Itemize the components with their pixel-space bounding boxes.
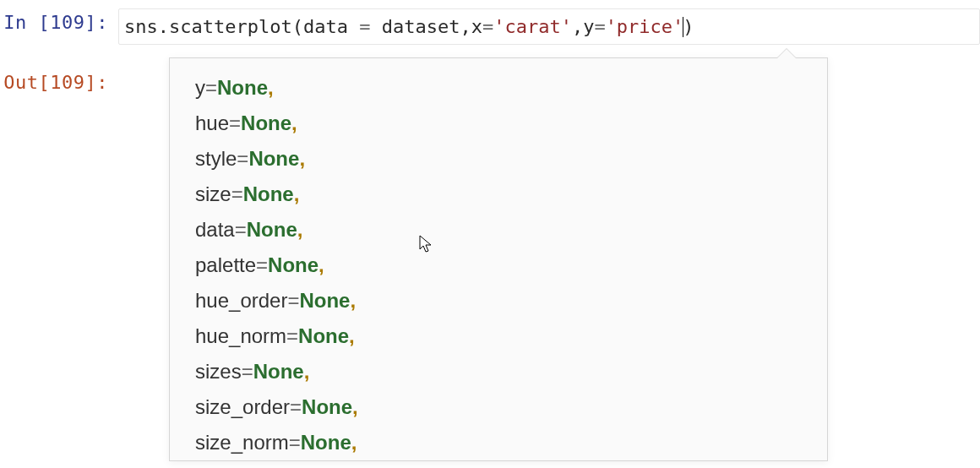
tooltip-param-name: hue	[195, 112, 229, 134]
tooltip-param-eq: =	[205, 76, 217, 99]
tooltip-param-line: size=None,	[195, 177, 802, 212]
tooltip-param-line: hue=None,	[195, 106, 802, 141]
code-token-param-y: y	[583, 16, 594, 37]
code-content[interactable]: sns.scatterplot(data = dataset,x='carat'…	[124, 13, 974, 41]
tooltip-param-comma: ,	[352, 395, 358, 418]
tooltip-param-eq: =	[289, 431, 301, 454]
code-token-lparen: (	[292, 16, 303, 37]
tooltip-param-list: y=None,hue=None,style=None,size=None,dat…	[195, 70, 802, 460]
in-prompt-label: In	[3, 12, 38, 33]
code-input-area[interactable]: sns.scatterplot(data = dataset,x='carat'…	[118, 8, 980, 45]
code-token-val-x: 'carat'	[493, 16, 572, 37]
tooltip-param-name: style	[195, 147, 237, 170]
tooltip-param-name: size_norm	[195, 431, 289, 454]
signature-tooltip: y=None,hue=None,style=None,size=None,dat…	[169, 57, 828, 461]
tooltip-param-eq: =	[229, 112, 241, 134]
tooltip-param-line: sizes=None,	[195, 354, 802, 389]
tooltip-param-value: None	[268, 253, 318, 276]
tooltip-param-value: None	[248, 147, 299, 170]
tooltip-param-value: None	[247, 218, 297, 241]
input-cell-row: In [109]: sns.scatterplot(data = dataset…	[0, 8, 980, 45]
in-prompt-close: ]:	[85, 12, 109, 33]
tooltip-param-eq: =	[286, 324, 298, 347]
tooltip-param-line: hue_norm=None,	[195, 318, 802, 354]
tooltip-param-comma: ,	[304, 360, 310, 383]
tooltip-param-comma: ,	[299, 147, 305, 170]
code-token-function: scatterplot	[169, 16, 292, 37]
code-token-dot: .	[158, 16, 169, 37]
tooltip-param-value: None	[298, 324, 349, 347]
tooltip-param-value: None	[241, 112, 291, 134]
out-prompt-label: Out	[3, 72, 38, 93]
tooltip-param-name: data	[195, 218, 235, 241]
tooltip-param-name: size_order	[195, 395, 290, 418]
code-token-val-dataset: dataset	[382, 16, 460, 37]
tooltip-param-eq: =	[242, 360, 253, 383]
code-token-eq1: =	[348, 16, 382, 37]
code-token-eq3: =	[594, 16, 605, 37]
tooltip-param-eq: =	[256, 253, 268, 276]
tooltip-param-value: None	[301, 431, 351, 454]
tooltip-param-line: palette=None,	[195, 248, 802, 283]
tooltip-param-name: palette	[195, 253, 256, 276]
tooltip-param-eq: =	[290, 395, 302, 418]
tooltip-param-comma: ,	[349, 324, 355, 347]
tooltip-param-line: y=None,	[195, 70, 802, 106]
tooltip-param-comma: ,	[268, 76, 274, 99]
tooltip-param-name: size	[195, 182, 231, 205]
tooltip-param-eq: =	[235, 218, 247, 241]
tooltip-arrow-icon	[776, 49, 797, 59]
tooltip-param-comma: ,	[297, 218, 303, 241]
code-token-rparen: )	[683, 16, 694, 37]
tooltip-param-comma: ,	[291, 112, 297, 134]
tooltip-param-line: style=None,	[195, 141, 802, 177]
tooltip-param-eq: =	[237, 147, 248, 170]
out-prompt-open: [	[39, 72, 51, 93]
code-token-object: sns	[124, 16, 158, 37]
code-token-val-y: 'price'	[606, 16, 684, 37]
tooltip-param-line: size_order=None,	[195, 389, 802, 425]
tooltip-param-name: hue_order	[195, 289, 287, 312]
tooltip-param-comma: ,	[294, 182, 300, 205]
tooltip-param-comma: ,	[350, 289, 356, 312]
tooltip-param-name: hue_norm	[195, 324, 286, 347]
tooltip-param-value: None	[243, 182, 294, 205]
in-prompt: In [109]:	[0, 8, 118, 36]
tooltip-param-eq: =	[231, 182, 243, 205]
tooltip-param-line: size_norm=None,	[195, 425, 802, 460]
in-prompt-open: [	[39, 12, 51, 33]
tooltip-param-line: data=None,	[195, 212, 802, 248]
tooltip-param-comma: ,	[351, 431, 357, 454]
tooltip-param-name: sizes	[195, 360, 242, 383]
in-prompt-num: 109	[50, 12, 84, 33]
tooltip-param-value: None	[299, 289, 350, 312]
tooltip-param-comma: ,	[318, 253, 324, 276]
tooltip-param-value: None	[302, 395, 352, 418]
tooltip-param-line: hue_order=None,	[195, 283, 802, 318]
code-token-param-data: data	[303, 16, 348, 37]
code-token-comma2: ,	[572, 16, 583, 37]
tooltip-param-value: None	[253, 360, 304, 383]
out-prompt-num: 109	[50, 72, 84, 93]
tooltip-param-eq: =	[287, 289, 299, 312]
code-token-comma1: ,	[460, 16, 471, 37]
code-token-param-x: x	[471, 16, 482, 37]
tooltip-param-value: None	[217, 76, 268, 99]
code-token-eq2: =	[482, 16, 493, 37]
tooltip-param-name: y	[195, 76, 205, 99]
out-prompt-close: ]:	[85, 72, 109, 93]
out-prompt: Out[109]:	[0, 68, 118, 96]
